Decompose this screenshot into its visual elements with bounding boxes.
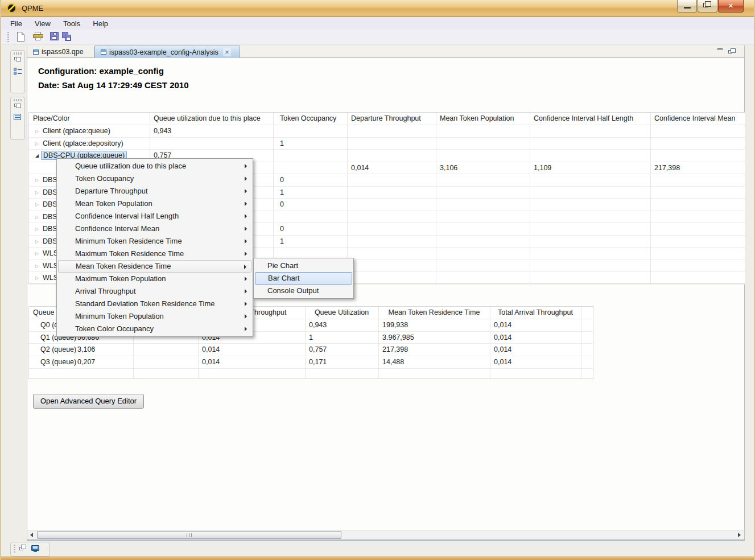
metric-cell[interactable]: [347, 125, 436, 137]
metric-cell[interactable]: 0,014: [490, 319, 581, 331]
submenu-item-bar-chart[interactable]: Bar Chart: [255, 272, 352, 285]
metric-cell[interactable]: 1,109: [530, 162, 650, 174]
menu-item-mean-token-population[interactable]: Mean Token Population: [58, 197, 251, 210]
menu-item-token-color-occupancy[interactable]: Token Color Occupancy: [58, 323, 251, 335]
expand-arrow-icon[interactable]: ▷: [33, 174, 41, 186]
expand-arrow-icon[interactable]: ▷: [33, 248, 41, 260]
expand-arrow-icon[interactable]: ▷: [33, 223, 41, 235]
column-header[interactable]: [581, 307, 593, 319]
table-row[interactable]: ▷Client (qplace:queue)0,943: [29, 125, 745, 138]
submenu-item-console-output[interactable]: Console Output: [255, 285, 352, 297]
metric-cell[interactable]: [650, 236, 745, 248]
menu-view[interactable]: View: [35, 19, 51, 28]
column-header[interactable]: Total Arrival Throughput: [490, 307, 581, 319]
metric-cell[interactable]: [581, 332, 593, 344]
metric-cell[interactable]: 1: [273, 236, 347, 248]
metric-cell[interactable]: [436, 199, 530, 211]
metric-cell[interactable]: [650, 199, 745, 211]
trim-drag-handle[interactable]: [14, 545, 15, 554]
menu-item-maximum-token-residence-time[interactable]: Maximum Token Residence Time: [58, 248, 251, 260]
expand-arrow-icon[interactable]: ▷: [33, 125, 41, 137]
metric-cell[interactable]: 0,014: [490, 356, 581, 368]
metric-cell[interactable]: [530, 187, 650, 199]
restore-view-icon[interactable]: [19, 545, 28, 554]
metric-cell[interactable]: [530, 150, 650, 162]
metric-cell[interactable]: [273, 211, 347, 223]
metric-cell[interactable]: [530, 138, 650, 150]
column-header[interactable]: Queue Utilization: [305, 307, 378, 319]
column-header[interactable]: Departure Throughput: [347, 113, 436, 125]
save-all-icon[interactable]: [62, 32, 72, 42]
metric-cell[interactable]: [273, 150, 347, 162]
scroll-right-arrow-icon[interactable]: [735, 530, 744, 540]
metric-cell[interactable]: 1: [273, 138, 347, 150]
metric-cell[interactable]: 0,014: [490, 332, 581, 344]
metric-cell[interactable]: 0: [273, 199, 347, 211]
metric-cell[interactable]: [530, 260, 650, 272]
metric-cell[interactable]: 0,943: [305, 319, 378, 331]
column-header[interactable]: Mean Token Population: [436, 113, 530, 125]
metric-cell[interactable]: 1: [273, 187, 347, 199]
menu-item-confidence-interval-half-length[interactable]: Confidence Interval Half Length: [58, 210, 251, 223]
metric-cell[interactable]: [436, 236, 530, 248]
menu-tools[interactable]: Tools: [63, 19, 80, 28]
metric-cell[interactable]: [650, 174, 745, 186]
metric-cell[interactable]: [436, 211, 530, 223]
metric-cell[interactable]: [650, 125, 745, 137]
metric-cell[interactable]: 0,014: [347, 162, 436, 174]
expand-arrow-icon[interactable]: ▷: [33, 272, 41, 284]
table-row[interactable]: Q2 (queue)3,1060,0140,757217,3980,014: [29, 344, 593, 356]
scroll-left-arrow-icon[interactable]: [27, 530, 37, 540]
metric-cell[interactable]: [347, 223, 436, 235]
menu-item-arrival-throughput[interactable]: Arrival Throughput: [58, 285, 251, 298]
metric-cell[interactable]: 1: [305, 332, 378, 344]
metric-cell[interactable]: 217,398: [650, 162, 745, 174]
console-monitor-icon[interactable]: [31, 545, 40, 554]
title-bar[interactable]: QPME ×: [1, 0, 754, 17]
menu-help[interactable]: Help: [93, 19, 108, 28]
metric-cell[interactable]: 0,014: [198, 344, 305, 356]
metric-cell[interactable]: [347, 272, 436, 284]
metric-cell[interactable]: [347, 211, 436, 223]
expand-arrow-icon[interactable]: ▷: [33, 199, 41, 211]
metric-cell[interactable]: [347, 150, 436, 162]
restore-button[interactable]: [698, 0, 717, 13]
metric-cell[interactable]: [150, 138, 273, 150]
column-header[interactable]: Mean Token Residence Time: [378, 307, 490, 319]
expand-arrow-icon[interactable]: ▷: [33, 236, 41, 248]
metric-cell[interactable]: [530, 248, 650, 260]
metric-cell[interactable]: [347, 138, 436, 150]
metric-cell[interactable]: [133, 356, 198, 368]
metric-cell[interactable]: [530, 211, 650, 223]
column-header[interactable]: Token Occupancy: [273, 113, 347, 125]
metric-cell[interactable]: [347, 187, 436, 199]
menu-item-minimum-token-population[interactable]: Minimum Token Population: [58, 310, 251, 323]
metric-cell[interactable]: [530, 236, 650, 248]
metric-cell[interactable]: [650, 138, 745, 150]
metric-cell[interactable]: [133, 344, 198, 356]
metric-cell[interactable]: [273, 125, 347, 137]
horizontal-scrollbar[interactable]: [27, 530, 744, 540]
metric-cell[interactable]: [530, 174, 650, 186]
table-row[interactable]: Q3 (queue)0,2070,0140,17114,4880,014: [29, 356, 593, 369]
menu-item-queue-utilization-due-to-this-place[interactable]: Queue utilization due to this place: [58, 160, 251, 172]
metric-cell[interactable]: 0,757: [305, 344, 378, 356]
metric-cell[interactable]: [530, 125, 650, 137]
minimize-view-icon[interactable]: [717, 48, 724, 54]
close-button[interactable]: ×: [718, 0, 744, 13]
outline-view-icon[interactable]: [14, 67, 22, 75]
metric-cell[interactable]: 3.967,985: [378, 332, 490, 344]
print-icon[interactable]: [33, 32, 43, 41]
trim-drag-handle[interactable]: [14, 52, 22, 55]
metric-cell[interactable]: [530, 199, 650, 211]
menu-item-maximum-token-population[interactable]: Maximum Token Population: [58, 273, 251, 285]
submenu-item-pie-chart[interactable]: Pie Chart: [255, 260, 352, 272]
metric-cell[interactable]: [650, 211, 745, 223]
metric-cell[interactable]: 3,106: [436, 162, 530, 174]
metric-cell[interactable]: [436, 150, 530, 162]
console-view-icon[interactable]: [14, 114, 22, 122]
metric-cell[interactable]: 0,014: [198, 356, 305, 368]
restore-view-icon[interactable]: [14, 104, 22, 112]
tab-ispass03-qpe[interactable]: ispass03.qpe: [27, 46, 94, 58]
metric-cell[interactable]: [436, 187, 530, 199]
